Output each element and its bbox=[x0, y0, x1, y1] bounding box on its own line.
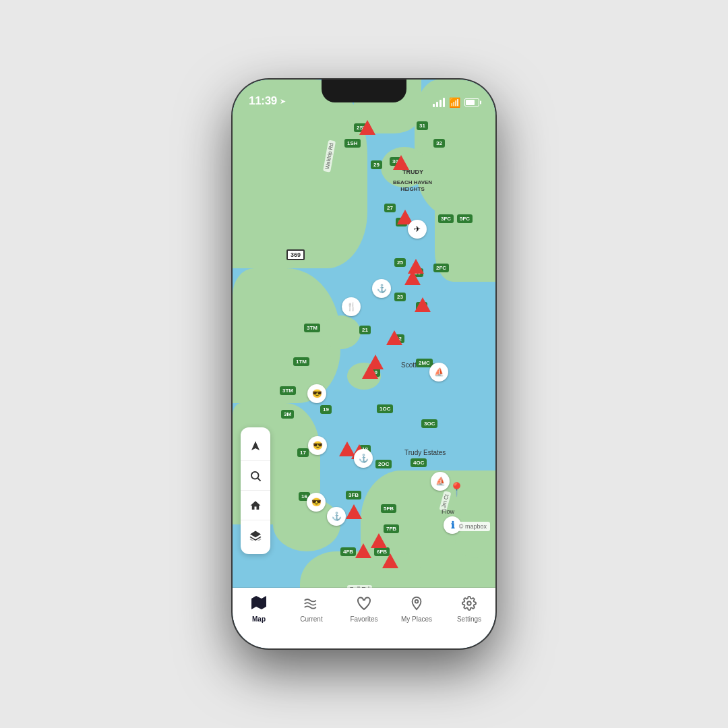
buoy-5fb[interactable]: 5FB bbox=[381, 504, 396, 513]
map-icon bbox=[251, 596, 267, 613]
phone-frame: 11:39 ➤ 📶 bbox=[233, 80, 495, 648]
current-icon bbox=[303, 596, 320, 613]
circle-plane[interactable]: ✈ bbox=[408, 220, 427, 239]
circle-boat-2[interactable]: ⛵ bbox=[431, 472, 450, 491]
signal-bars bbox=[433, 98, 445, 107]
buoy-32[interactable]: 32 bbox=[433, 139, 445, 148]
buoy-1sh[interactable]: 1SH bbox=[344, 139, 361, 148]
battery-icon bbox=[464, 98, 479, 107]
circle-fork[interactable]: 🍴 bbox=[342, 297, 361, 316]
red-tri-1[interactable] bbox=[359, 120, 375, 135]
circle-anchor-3[interactable]: ⚓ bbox=[327, 507, 346, 526]
land-mass-9 bbox=[320, 315, 361, 349]
beach-haven-label: BEACH HAVENHEIGHTS bbox=[393, 179, 432, 192]
map-label: Map bbox=[252, 615, 266, 623]
phone-screen: 11:39 ➤ 📶 bbox=[233, 80, 495, 648]
buoy-3fb[interactable]: 3FB bbox=[346, 491, 361, 499]
home-button[interactable] bbox=[241, 491, 270, 520]
circle-sunglasses-3[interactable]: 😎 bbox=[307, 493, 326, 512]
buoy-2oc[interactable]: 2OC bbox=[375, 460, 392, 468]
wifi-icon: 📶 bbox=[449, 97, 460, 108]
location-pin[interactable]: 📍 bbox=[448, 481, 465, 497]
buoy-3fc[interactable]: 3FC bbox=[438, 214, 454, 223]
red-tri-2[interactable] bbox=[393, 155, 409, 170]
layers-button[interactable] bbox=[241, 520, 270, 550]
buoy-27[interactable]: 27 bbox=[384, 204, 396, 212]
my-places-label: My Places bbox=[401, 615, 432, 623]
nav-favorites[interactable]: Favorites bbox=[338, 596, 390, 623]
nav-map[interactable]: Map bbox=[233, 596, 285, 623]
buoy-7fb[interactable]: 7FB bbox=[384, 524, 399, 533]
svg-point-0 bbox=[251, 472, 259, 479]
settings-label: Settings bbox=[457, 615, 481, 623]
buoy-2mc[interactable]: 2MC bbox=[416, 359, 433, 367]
buoy-5fc[interactable]: 5FC bbox=[457, 214, 473, 223]
status-icons: 📶 bbox=[433, 97, 479, 108]
nav-settings[interactable]: Settings bbox=[443, 596, 495, 623]
buoy-31[interactable]: 31 bbox=[417, 121, 428, 130]
favorites-label: Favorites bbox=[350, 615, 377, 623]
buoy-3m[interactable]: 3M bbox=[281, 410, 294, 419]
navigate-button[interactable] bbox=[241, 431, 270, 461]
buoy-29[interactable]: 29 bbox=[371, 160, 382, 169]
svg-point-3 bbox=[467, 601, 471, 605]
red-tri-12[interactable] bbox=[346, 504, 362, 519]
buoy-23[interactable]: 23 bbox=[394, 293, 406, 301]
buoy-25[interactable]: 25 bbox=[394, 258, 406, 267]
map-view[interactable]: Waldrip Rd Jm Ct Ball Rd 369 TRUDY BEACH… bbox=[233, 80, 495, 595]
flow-label: Flow bbox=[442, 508, 454, 515]
settings-icon bbox=[462, 596, 477, 613]
buoy-21[interactable]: 21 bbox=[359, 326, 371, 334]
red-tri-15[interactable] bbox=[371, 533, 387, 548]
route-369: 369 bbox=[286, 249, 305, 260]
circle-boat-1[interactable]: ⛵ bbox=[429, 363, 448, 382]
phone-notch bbox=[322, 80, 406, 102]
trudy-estates-label: Trudy Estates bbox=[404, 449, 446, 456]
buoy-2fc[interactable]: 2FC bbox=[433, 264, 449, 272]
svg-point-2 bbox=[415, 600, 419, 603]
location-arrow-icon: ➤ bbox=[280, 97, 286, 106]
circle-sunglasses-2[interactable]: 😎 bbox=[308, 436, 327, 455]
svg-line-1 bbox=[257, 478, 260, 481]
circle-sunglasses-1[interactable]: 😎 bbox=[307, 384, 326, 403]
nav-current[interactable]: Current bbox=[285, 596, 338, 623]
buoy-17[interactable]: 17 bbox=[297, 448, 309, 457]
buoy-4oc[interactable]: 4OC bbox=[411, 458, 427, 467]
buoy-3tm[interactable]: 3TM bbox=[304, 324, 320, 332]
mapbox-logo: © mapbox bbox=[456, 522, 490, 531]
red-tri-6[interactable] bbox=[415, 297, 431, 312]
places-icon bbox=[410, 596, 423, 613]
red-tri-5[interactable] bbox=[404, 270, 421, 285]
red-tri-14[interactable] bbox=[382, 553, 398, 568]
buoy-4fb[interactable]: 4FB bbox=[340, 547, 356, 556]
nav-my-places[interactable]: My Places bbox=[390, 596, 443, 623]
buoy-3tm2[interactable]: 3TM bbox=[280, 386, 296, 395]
red-tri-7[interactable] bbox=[386, 330, 402, 345]
status-time: 11:39 bbox=[249, 94, 277, 108]
map-toolbar bbox=[241, 427, 270, 554]
red-tri-13[interactable] bbox=[355, 543, 371, 558]
circle-anchor-2[interactable]: ⚓ bbox=[354, 449, 373, 468]
buoy-1tm[interactable]: 1TM bbox=[293, 357, 309, 366]
red-tri-9[interactable] bbox=[362, 364, 378, 379]
bottom-navigation: Map Current Favorites bbox=[233, 588, 495, 648]
favorites-icon bbox=[356, 596, 372, 613]
circle-anchor[interactable]: ⚓ bbox=[372, 279, 391, 298]
buoy-1oc[interactable]: 1OC bbox=[377, 404, 393, 413]
buoy-19[interactable]: 19 bbox=[320, 405, 332, 414]
current-label: Current bbox=[300, 615, 322, 623]
buoy-3oc[interactable]: 3OC bbox=[421, 419, 437, 428]
search-button[interactable] bbox=[241, 461, 270, 491]
